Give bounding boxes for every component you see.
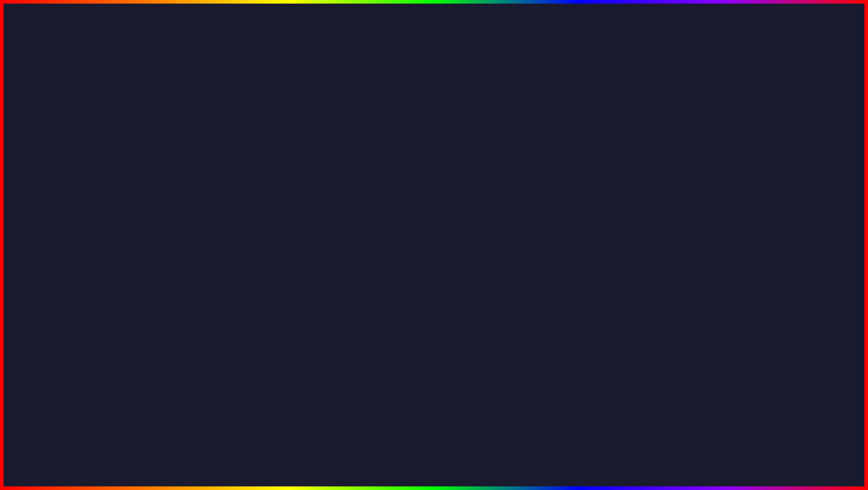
main-farm-desc: Click to Box to Farm, I ready update new… <box>94 164 249 169</box>
svg-text:✦: ✦ <box>74 412 84 426</box>
r-health-mob-checkbox[interactable] <box>820 230 827 236</box>
sidebar-item-stats[interactable]: ■ Stats <box>36 196 89 206</box>
main-farm-header: Main Farm <box>94 156 249 163</box>
panel-left-title: Madox Hub <box>40 143 72 149</box>
logo-fruits: FRUITS <box>762 457 832 477</box>
sidebar-icon-star: ⭐ <box>46 157 52 163</box>
auto-farm-label: Auto Farm <box>94 175 124 182</box>
sidebar-dot-r-stats <box>617 200 621 203</box>
health-mob-label: Health Mob <box>94 230 120 236</box>
sidebar-icon-diamond: ◇ <box>46 188 49 194</box>
health-mob-checkbox[interactable] <box>243 230 249 236</box>
sidebar-icon-r-star: ⭐ <box>623 157 630 163</box>
svg-point-2 <box>64 355 76 363</box>
r-auto-farm-toggle[interactable]: ☝ <box>814 173 827 184</box>
sidebar-dot-r-item <box>617 190 621 193</box>
sidebar-label-setting: Setting <box>53 178 68 184</box>
r-auto-farm-bf-checkbox[interactable] <box>820 212 827 218</box>
sidebar-icon-esp: ◇ <box>46 209 49 214</box>
svg-point-22 <box>814 383 819 388</box>
r-auto-farm-gun-row: Auto Farm Gun Mastery <box>672 219 827 228</box>
sidebar-dot-setting <box>40 179 43 183</box>
auto-farm-gun-checkbox[interactable] <box>243 221 249 227</box>
star-fruit-decoration: ✦ ✦ ✦ ✦ <box>18 352 121 450</box>
sidebar-item-general[interactable]: 🏠 General <box>36 165 89 176</box>
r-mastery-menu-desc: Click To Box to Start Farm Mastery <box>672 203 827 208</box>
minimize-button-left[interactable]: − <box>229 142 238 150</box>
close-button-left[interactable]: × <box>242 142 250 150</box>
r-auto-farm-bf-label: Auto Farm BF Mastery <box>672 212 722 218</box>
sidebar-label-general: General <box>55 168 73 174</box>
sidebar-right-esp[interactable]: ◇ ESP <box>613 206 666 217</box>
cursor-icon: ☝ <box>239 175 247 182</box>
mastery-menu-desc: Click To Box to Start Farm Mastery <box>94 203 249 208</box>
sidebar-label-r-setting: Setting <box>630 178 645 184</box>
sidebar-label-r-esp: ESP <box>630 209 640 214</box>
sidebar-dot-r-esp <box>617 210 621 214</box>
sidebar-label-r-general: General <box>632 168 651 174</box>
auto-farm-toggle[interactable]: ☝ <box>237 173 249 184</box>
logo-blox: BLOX <box>762 434 832 457</box>
sidebar-dot-item <box>40 190 43 193</box>
panel-right-title: Madox Hub <box>618 143 649 149</box>
sidebar-label-r-welcome: Welcome <box>632 158 653 163</box>
health-mob-row: Health Mob <box>94 228 249 237</box>
auto-farm-gun-label: Auto Farm Gun Mastery <box>94 221 147 227</box>
svg-rect-26 <box>776 392 798 405</box>
svg-point-10 <box>801 392 810 401</box>
auto-farm-bf-checkbox[interactable] <box>243 212 249 218</box>
logo-text-block: BLOX FRUITS <box>762 434 832 477</box>
sidebar-label-esp: ESP <box>52 209 62 214</box>
panel-right-controls: − × <box>807 142 828 150</box>
sidebar-item-item-quest[interactable]: ◇ Item & <box>36 186 89 196</box>
bottom-number: 20 <box>291 420 345 477</box>
svg-text:✦: ✦ <box>50 418 58 428</box>
svg-point-12 <box>780 414 790 424</box>
auto-farm-bf-row: Auto Farm BF Mastery <box>94 210 249 219</box>
sidebar-label-r-stats: Stats <box>629 199 640 204</box>
sidebar-dot-welcome <box>40 159 43 162</box>
minimize-button-right[interactable]: − <box>807 142 815 150</box>
mastery-section-label: Mastery Menu <box>94 188 249 194</box>
r-auto-farm-gun-checkbox[interactable] <box>820 221 827 227</box>
r-auto-farm-bf-row: Auto Farm BF Mastery <box>672 210 827 219</box>
sidebar-dot-r-welcome <box>617 159 621 162</box>
sidebar-item-welcome[interactable]: ⭐ Welcome <box>36 155 89 165</box>
blox-fruits-logo: 💀 BLOX FRUITS <box>717 434 832 477</box>
sidebar-icon-r-bar: ■ <box>623 199 626 204</box>
sidebar-dot-esp <box>40 210 43 214</box>
sidebar-right-stats[interactable]: ■ Stats <box>613 196 666 206</box>
sidebar-label-stats: Stats <box>52 199 63 204</box>
close-button-right[interactable]: × <box>819 142 828 150</box>
svg-text:✦: ✦ <box>58 390 72 410</box>
sidebar-label-welcome: Welcome <box>55 158 76 163</box>
panel-left-body: ⭐ Welcome 🏠 General ✕ Setting ◇ Item & ■ <box>36 152 255 277</box>
r-mastery-section-label: Mastery Menu <box>672 188 827 194</box>
r-auto-farm-label: Auto Farm <box>672 175 701 182</box>
auto-farm-row: Auto Farm ☝ <box>94 172 249 185</box>
sidebar-right-item[interactable]: ✕ Item & Quest <box>613 186 666 196</box>
panel-right-sidebar: ⭐ Welcome 🏠 General ✕ Setting ✕ Item & Q… <box>613 152 667 277</box>
sidebar-dot-r-general <box>617 169 621 173</box>
sidebar-right-setting[interactable]: ✕ Setting <box>613 176 666 186</box>
sidebar-icon-bar: ■ <box>46 199 49 204</box>
panel-left-controls: − × <box>229 142 250 150</box>
panel-right: Madox Hub − × ⭐ Welcome 🏠 General ✕ Sett… <box>613 138 833 278</box>
panel-left-titlebar: Madox Hub − × <box>36 139 255 152</box>
sidebar-right-general[interactable]: 🏠 General <box>613 165 666 176</box>
panel-left-content: Main Farm Click to Box to Farm, I ready … <box>89 152 255 277</box>
r-health-mob-row: Health Mob <box>672 228 827 237</box>
mastery-menu-header: Mastery Menu <box>94 196 249 202</box>
panel-left: Madox Hub − × ⭐ Welcome 🏠 General ✕ Sett… <box>35 138 255 278</box>
sidebar-item-esp[interactable]: ◇ ESP <box>36 206 89 217</box>
svg-point-14 <box>822 417 831 426</box>
sidebar-dot-stats <box>40 200 43 203</box>
svg-text:✦: ✦ <box>801 374 809 385</box>
panel-right-content: Main Farm Click to Box to Farm, I ready … <box>667 152 832 277</box>
sidebar-label-r-item: Item & Quest <box>630 189 659 194</box>
r-cursor-icon: ☝ <box>817 175 824 182</box>
sidebar-item-setting[interactable]: ✕ Setting <box>36 176 89 186</box>
sidebar-right-welcome[interactable]: ⭐ Welcome <box>613 155 666 165</box>
title-container: BLOX FRUITS <box>0 8 868 85</box>
svg-point-11 <box>819 397 831 409</box>
